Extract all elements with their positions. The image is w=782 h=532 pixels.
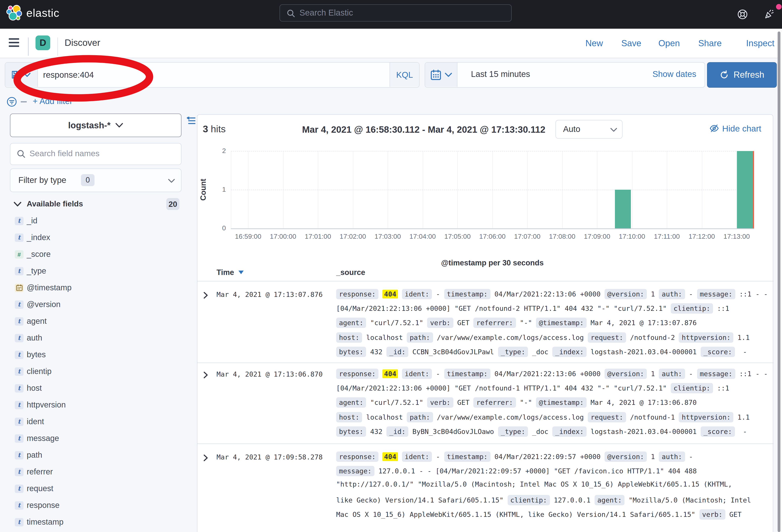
expand-row-icon[interactable] xyxy=(202,291,208,300)
global-search-input[interactable]: Search Elastic xyxy=(280,4,511,22)
source-text: 432 xyxy=(370,428,383,435)
global-header: elastic Search Elastic xyxy=(0,0,782,29)
source-text: 1.1 xyxy=(738,413,750,421)
field-type-string-icon: t xyxy=(15,317,24,326)
nav-open-button[interactable]: Open xyxy=(659,38,680,49)
field-name-pill: host: xyxy=(336,332,362,343)
scrollbar-thumb[interactable] xyxy=(778,32,780,532)
field-item-ident[interactable]: tident xyxy=(10,414,181,429)
expand-row-button[interactable] xyxy=(202,291,208,301)
field-item-request[interactable]: trequest xyxy=(10,482,181,496)
expand-row-button[interactable] xyxy=(202,370,208,381)
field-item-referrer[interactable]: treferrer xyxy=(10,465,181,479)
document-time-cell: Mar 4, 2021 @ 17:13:07.876 xyxy=(217,290,323,298)
field-name-pill: request: xyxy=(588,412,626,422)
chart-bar[interactable] xyxy=(615,190,631,229)
source-text: - xyxy=(436,290,440,298)
field-item-type[interactable]: t_type xyxy=(10,264,181,278)
source-text: - xyxy=(689,453,693,460)
available-fields-accordion[interactable]: Available fields 20 xyxy=(10,198,181,210)
elastic-logo-icon[interactable] xyxy=(6,5,23,22)
column-header-time[interactable]: Time xyxy=(217,268,244,277)
nav-share-button[interactable]: Share xyxy=(698,38,721,49)
expand-row-button[interactable] xyxy=(202,453,208,464)
nav-new-button[interactable]: New xyxy=(585,38,603,49)
help-icon[interactable] xyxy=(737,9,748,20)
field-type-string-icon: t xyxy=(15,484,24,493)
field-item-index[interactable]: t_index xyxy=(10,230,181,245)
refresh-icon xyxy=(720,70,729,80)
field-type-string-icon: t xyxy=(15,267,24,275)
field-item-version[interactable]: t@version xyxy=(10,297,181,312)
field-name-pill: httpversion: xyxy=(679,332,734,343)
field-item-score[interactable]: #_score xyxy=(10,247,181,261)
field-item-bytes[interactable]: tbytes xyxy=(10,347,181,362)
source-text: 04/Mar/2021:22:13:06 +0000 xyxy=(495,290,601,298)
field-name-pill: _score: xyxy=(701,347,735,357)
document-source-line: bytes:432_id:CCBN_3cB04dGovJLPawl_type:_… xyxy=(336,347,747,357)
field-name-pill: ident: xyxy=(402,451,432,462)
field-type-string-icon: t xyxy=(15,350,24,359)
field-item-response[interactable]: tresponse xyxy=(10,498,181,512)
query-language-button[interactable]: KQL xyxy=(390,63,419,87)
add-filter-button[interactable]: + Add filter xyxy=(33,97,73,106)
field-type-string-icon: t xyxy=(15,451,24,459)
source-text: CCBN_3cB04dGovJLPawl xyxy=(412,348,494,356)
field-name-pill: timestamp: xyxy=(444,289,491,299)
field-name-pill: clientip: xyxy=(671,383,713,393)
field-item-timestamp[interactable]: @timestamp xyxy=(10,280,181,295)
query-input[interactable]: response:404 xyxy=(43,70,94,80)
expand-row-icon[interactable] xyxy=(202,370,208,379)
nav-inspect-button[interactable]: Inspect xyxy=(746,38,774,49)
index-pattern-select[interactable]: logstash-* xyxy=(10,114,181,137)
field-item-clientip[interactable]: tclientip xyxy=(10,364,181,379)
chart-bar[interactable] xyxy=(737,151,753,228)
source-text: _doc xyxy=(532,348,548,356)
time-range-value[interactable]: Last 15 minutes xyxy=(471,69,530,79)
newsfeed-icon[interactable] xyxy=(763,9,775,21)
filter-by-type-select[interactable]: Filter by type 0 xyxy=(10,168,181,192)
field-item-auth[interactable]: tauth xyxy=(10,331,181,345)
saved-query-menu-button[interactable] xyxy=(5,63,38,87)
field-name-pill: _index: xyxy=(552,347,586,357)
document-source-line: bytes:432_id:ByBN_3cB04dGovJLOawo_type:_… xyxy=(336,426,747,437)
column-header-source[interactable]: _source xyxy=(336,268,365,277)
document-source-line: agent:"curl/7.52.1"verb:GETreferrer:"-"@… xyxy=(336,318,697,328)
field-name-pill: response: xyxy=(336,369,379,379)
field-search-input[interactable]: Search field names xyxy=(10,143,181,165)
filter-dash xyxy=(21,101,27,102)
field-search-placeholder: Search field names xyxy=(30,149,100,158)
source-text: ::1 xyxy=(717,304,729,312)
field-item-timestamp[interactable]: ttimestamp xyxy=(10,515,181,529)
field-type-string-icon: t xyxy=(15,401,24,409)
chart-y-tick-label: 0 xyxy=(214,224,226,232)
collapse-sidebar-icon[interactable] xyxy=(187,117,196,125)
field-type-string-icon: t xyxy=(15,334,24,342)
field-item-agent[interactable]: tagent xyxy=(10,314,181,328)
document-source-line: response:404ident:-timestamp:04/Mar/2021… xyxy=(336,369,768,379)
document-time-cell: Mar 4, 2021 @ 17:13:06.870 xyxy=(217,370,323,378)
expand-row-icon[interactable] xyxy=(202,453,208,462)
field-item-path[interactable]: tpath xyxy=(10,448,181,462)
source-text: [04/Mar/2021:22:13:06 +0000] "GET /notfo… xyxy=(336,384,667,392)
brand-wordmark[interactable]: elastic xyxy=(26,7,60,20)
field-item-id[interactable]: t_id xyxy=(10,214,181,228)
filter-options-icon[interactable] xyxy=(7,97,17,107)
field-item-host[interactable]: thost xyxy=(10,381,181,395)
field-name-pill: clientip: xyxy=(507,495,550,505)
show-dates-button[interactable]: Show dates xyxy=(652,69,697,79)
date-picker: Last 15 minutes Show dates xyxy=(425,62,705,88)
field-item-message[interactable]: tmessage xyxy=(10,431,181,446)
field-name-pill: ident: xyxy=(402,289,432,299)
page-title: Discover xyxy=(65,37,100,48)
date-quick-select-button[interactable] xyxy=(425,63,457,87)
chart-x-tick-label: 17:13:00 xyxy=(713,233,761,241)
source-text: ::1 xyxy=(717,384,729,392)
nav-save-button[interactable]: Save xyxy=(621,38,641,49)
refresh-button[interactable]: Refresh xyxy=(707,62,777,88)
menu-icon[interactable] xyxy=(9,38,19,47)
field-name: httpversion xyxy=(27,400,66,410)
discover-main-panel: 3 hits Mar 4, 2021 @ 16:58:30.112 - Mar … xyxy=(197,114,773,532)
field-item-httpversion[interactable]: thttpversion xyxy=(10,398,181,412)
source-text: "http://127.0.0.1/" "Mozilla/5.0 (Macint… xyxy=(336,481,732,488)
